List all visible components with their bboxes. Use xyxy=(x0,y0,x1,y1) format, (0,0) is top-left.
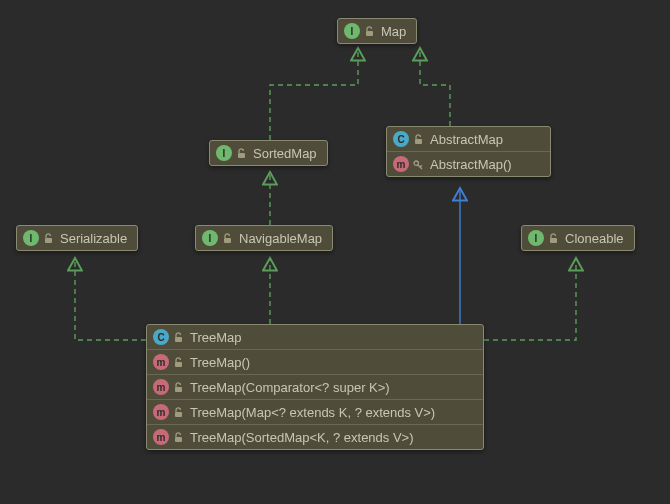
lock-open-icon xyxy=(43,233,54,244)
svg-rect-6 xyxy=(550,238,557,243)
svg-rect-5 xyxy=(224,238,231,243)
lock-open-icon xyxy=(222,233,233,244)
node-title: NavigableMap xyxy=(239,231,322,246)
lock-open-icon xyxy=(236,148,247,159)
class-icon: C xyxy=(393,131,409,147)
key-icon xyxy=(413,159,424,170)
method-icon: m xyxy=(393,156,409,172)
node-sortedmap[interactable]: I SortedMap xyxy=(209,140,328,166)
member-row: m TreeMap() xyxy=(147,349,483,374)
member-row: m AbstractMap() xyxy=(387,151,550,176)
edge-abstractmap-map xyxy=(420,48,450,126)
member-label: TreeMap() xyxy=(190,355,250,370)
svg-rect-1 xyxy=(238,153,245,158)
node-treemap[interactable]: C TreeMap m TreeMap() m TreeMap(Comparat… xyxy=(146,324,484,450)
svg-rect-8 xyxy=(175,362,182,367)
class-icon: C xyxy=(153,329,169,345)
node-abstractmap[interactable]: C AbstractMap m AbstractMap() xyxy=(386,126,551,177)
interface-icon: I xyxy=(528,230,544,246)
lock-open-icon xyxy=(413,134,424,145)
edge-treemap-serializable xyxy=(75,258,146,340)
lock-open-icon xyxy=(364,26,375,37)
member-label: AbstractMap() xyxy=(430,157,512,172)
member-label: TreeMap(SortedMap<K, ? extends V>) xyxy=(190,430,414,445)
node-map[interactable]: I Map xyxy=(337,18,417,44)
node-title: Map xyxy=(381,24,406,39)
svg-rect-7 xyxy=(175,337,182,342)
lock-open-icon xyxy=(173,432,184,443)
member-label: TreeMap(Comparator<? super K>) xyxy=(190,380,390,395)
svg-rect-2 xyxy=(415,139,422,144)
lock-open-icon xyxy=(173,357,184,368)
method-icon: m xyxy=(153,404,169,420)
node-serializable[interactable]: I Serializable xyxy=(16,225,138,251)
lock-open-icon xyxy=(173,332,184,343)
interface-icon: I xyxy=(216,145,232,161)
method-icon: m xyxy=(153,429,169,445)
interface-icon: I xyxy=(344,23,360,39)
lock-open-icon xyxy=(173,407,184,418)
member-label: TreeMap(Map<? extends K, ? extends V>) xyxy=(190,405,435,420)
member-row: m TreeMap(Map<? extends K, ? extends V>) xyxy=(147,399,483,424)
svg-rect-11 xyxy=(175,437,182,442)
edge-sortedmap-map xyxy=(270,48,358,140)
svg-rect-0 xyxy=(366,31,373,36)
node-title: SortedMap xyxy=(253,146,317,161)
node-navigablemap[interactable]: I NavigableMap xyxy=(195,225,333,251)
node-cloneable[interactable]: I Cloneable xyxy=(521,225,635,251)
edge-treemap-cloneable xyxy=(484,258,576,340)
member-row: m TreeMap(SortedMap<K, ? extends V>) xyxy=(147,424,483,449)
node-title: AbstractMap xyxy=(430,132,503,147)
node-title: Serializable xyxy=(60,231,127,246)
interface-icon: I xyxy=(202,230,218,246)
svg-rect-9 xyxy=(175,387,182,392)
lock-open-icon xyxy=(548,233,559,244)
method-icon: m xyxy=(153,379,169,395)
svg-rect-4 xyxy=(45,238,52,243)
node-title: Cloneable xyxy=(565,231,624,246)
lock-open-icon xyxy=(173,382,184,393)
method-icon: m xyxy=(153,354,169,370)
node-title: TreeMap xyxy=(190,330,242,345)
interface-icon: I xyxy=(23,230,39,246)
svg-rect-10 xyxy=(175,412,182,417)
member-row: m TreeMap(Comparator<? super K>) xyxy=(147,374,483,399)
